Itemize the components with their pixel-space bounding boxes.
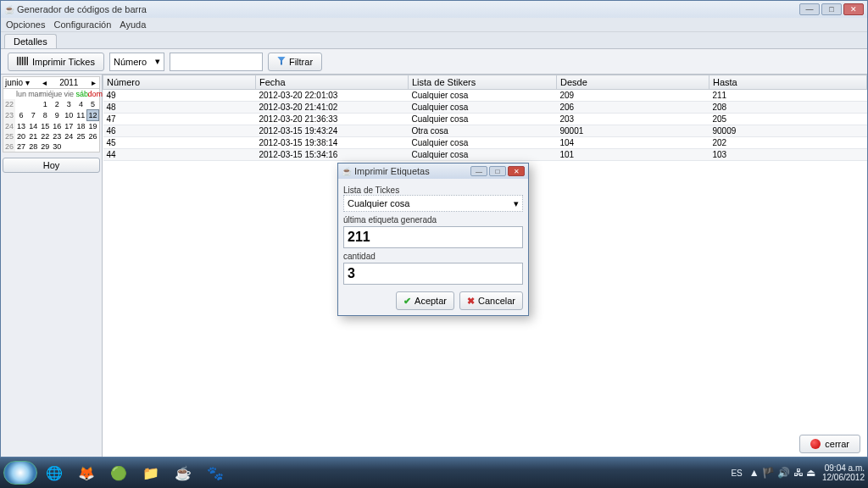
- calendar-day[interactable]: 5: [86, 99, 98, 110]
- calendar-day[interactable]: 15: [39, 121, 51, 132]
- calendar-day[interactable]: 13: [15, 121, 27, 132]
- calendar-day[interactable]: 3: [63, 99, 75, 110]
- check-icon: [403, 296, 411, 307]
- table-row[interactable]: 442012-03-15 15:34:16Cualquier cosa10110…: [103, 149, 867, 161]
- calendar-day[interactable]: 24: [63, 131, 75, 141]
- calendar[interactable]: lunmarmiéjueviesábdom2212345236789101112…: [3, 89, 100, 152]
- col-lista[interactable]: Lista de Stikers: [409, 75, 557, 90]
- menu-configuracion[interactable]: Configuración: [53, 19, 111, 30]
- imprimir-tickets-button[interactable]: Imprimir Tickes: [8, 53, 104, 71]
- calendar-day[interactable]: 7: [27, 110, 39, 121]
- tray[interactable]: ▲ 🏴 🔊 🖧 ⏏: [749, 467, 815, 479]
- calendar-day[interactable]: 29: [39, 141, 51, 152]
- calendar-day[interactable]: 10: [63, 110, 75, 121]
- cantidad-input[interactable]: 3: [343, 263, 523, 285]
- table-row[interactable]: 462012-03-15 19:43:24Otra cosa9000190009: [103, 125, 867, 137]
- year-value: 2011: [59, 78, 78, 87]
- close-button[interactable]: ✕: [843, 3, 864, 15]
- clock[interactable]: 09:04 a.m. 12/06/2012: [822, 463, 865, 482]
- app-title: Generador de códigos de barra: [17, 4, 147, 14]
- imprimir-dialog: Imprimir Etiquetas — □ ✕ Lista de Tickes…: [337, 163, 529, 316]
- app-icon: [342, 166, 352, 176]
- month-prev[interactable]: ◂: [41, 78, 49, 87]
- col-hasta[interactable]: Hasta: [709, 75, 867, 90]
- calendar-day[interactable]: 21: [27, 131, 39, 141]
- calendar-day[interactable]: 28: [27, 141, 39, 152]
- taskbar-java[interactable]: ☕: [168, 461, 198, 485]
- calendar-day[interactable]: 1: [39, 99, 51, 110]
- calendar-day[interactable]: 6: [15, 110, 27, 121]
- calendar-day[interactable]: 25: [75, 131, 86, 141]
- table-row[interactable]: 482012-03-20 21:41:02Cualquier cosa20620…: [103, 102, 867, 114]
- calendar-day[interactable]: 8: [39, 110, 51, 121]
- calendar-day[interactable]: [75, 141, 86, 152]
- calendar-day[interactable]: 16: [51, 121, 63, 132]
- col-desde[interactable]: Desde: [557, 75, 709, 90]
- taskbar-chrome[interactable]: 🟢: [103, 461, 134, 485]
- calendar-day[interactable]: 14: [27, 121, 39, 132]
- year-next[interactable]: ▸: [89, 78, 97, 87]
- app-icon: [4, 4, 14, 14]
- start-button[interactable]: [3, 461, 37, 485]
- filter-value-input[interactable]: [170, 53, 263, 71]
- cross-icon: [467, 296, 475, 307]
- month-combo[interactable]: junio ▾: [5, 78, 30, 87]
- col-fecha[interactable]: Fecha: [256, 75, 409, 90]
- taskbar-firefox[interactable]: 🦊: [71, 461, 102, 485]
- filtrar-button[interactable]: Filtrar: [268, 53, 322, 71]
- taskbar: 🌐 🦊 🟢 📁 ☕ 🐾 ES ▲ 🏴 🔊 🖧 ⏏ 09:04 a.m. 12/0…: [0, 458, 868, 488]
- chevron-down-icon: ▾: [514, 198, 519, 209]
- maximize-button[interactable]: □: [821, 3, 842, 15]
- table-row[interactable]: 472012-03-20 21:36:33Cualquier cosa20320…: [103, 114, 867, 125]
- table-row[interactable]: 452012-03-15 19:38:14Cualquier cosa10420…: [103, 137, 867, 149]
- calendar-day[interactable]: 18: [75, 121, 86, 132]
- taskbar-ie[interactable]: 🌐: [39, 461, 70, 485]
- calendar-day[interactable]: 19: [86, 121, 98, 132]
- menu-opciones[interactable]: Opciones: [6, 19, 45, 30]
- col-numero[interactable]: Número: [103, 75, 256, 90]
- calendar-day[interactable]: 20: [15, 131, 27, 141]
- taskbar-gimp[interactable]: 🐾: [200, 461, 231, 485]
- cancelar-button[interactable]: Cancelar: [459, 291, 523, 310]
- calendar-day[interactable]: 11: [75, 110, 86, 121]
- calendar-day[interactable]: 26: [86, 131, 98, 141]
- funnel-icon: [277, 57, 286, 67]
- calendar-day[interactable]: 9: [51, 110, 63, 121]
- calendar-day[interactable]: 17: [63, 121, 75, 132]
- calendar-day[interactable]: [27, 99, 39, 110]
- calendar-day[interactable]: 4: [75, 99, 86, 110]
- dialog-maximize[interactable]: □: [489, 166, 506, 176]
- table-row[interactable]: 492012-03-20 22:01:03Cualquier cosa20921…: [103, 90, 867, 102]
- aceptar-button[interactable]: Aceptar: [396, 291, 454, 310]
- tab-row: Detalles: [1, 32, 867, 49]
- calendar-day[interactable]: 22: [39, 131, 51, 141]
- chevron-down-icon: ▾: [155, 56, 160, 67]
- label-cantidad: cantidad: [343, 252, 523, 261]
- calendar-day[interactable]: 30: [51, 141, 63, 152]
- calendar-day[interactable]: 27: [15, 141, 27, 152]
- calendar-day[interactable]: [86, 141, 98, 152]
- calendar-day[interactable]: [15, 99, 27, 110]
- tab-detalles[interactable]: Detalles: [4, 34, 57, 48]
- calendar-day[interactable]: 12: [86, 110, 98, 121]
- dialog-minimize[interactable]: —: [470, 166, 487, 176]
- toolbar: Imprimir Tickes Número▾ Filtrar: [1, 49, 867, 75]
- menu-ayuda[interactable]: Ayuda: [120, 19, 146, 30]
- barcode-icon: [17, 57, 29, 67]
- minimize-button[interactable]: —: [799, 3, 820, 15]
- menubar: Opciones Configuración Ayuda: [1, 18, 867, 32]
- ultima-value: 211: [343, 226, 523, 248]
- filter-field-combo[interactable]: Número▾: [109, 53, 164, 71]
- cerrar-button[interactable]: cerrar: [799, 435, 860, 453]
- lista-combo[interactable]: Cualquier cosa▾: [343, 195, 523, 212]
- label-lista: Lista de Tickes: [343, 186, 523, 195]
- lang-indicator[interactable]: ES: [731, 469, 742, 478]
- calendar-header: junio ▾ ◂ 2011 ▸: [3, 76, 100, 89]
- taskbar-explorer[interactable]: 📁: [136, 461, 166, 485]
- calendar-day[interactable]: [63, 141, 75, 152]
- dialog-close[interactable]: ✕: [508, 166, 525, 176]
- today-button[interactable]: Hoy: [3, 158, 100, 173]
- calendar-day[interactable]: 23: [51, 131, 63, 141]
- label-ultima: última etiqueta generada: [343, 215, 523, 225]
- calendar-day[interactable]: 2: [51, 99, 63, 110]
